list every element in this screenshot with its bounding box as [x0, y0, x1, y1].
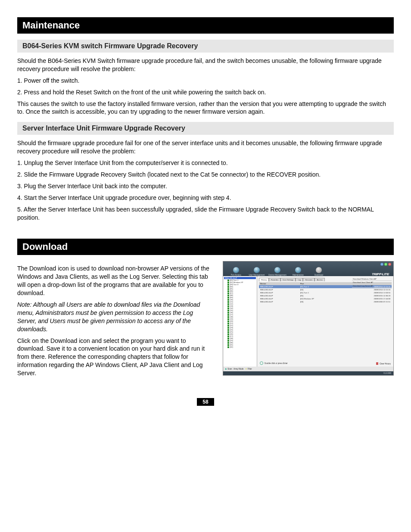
table-row: B064-032-04-IP[05]2008/10/15 12:36:20: [259, 294, 392, 297]
window-controls: [380, 263, 391, 266]
tab-history: History: [259, 278, 269, 281]
version-label: V1.0.000: [223, 371, 393, 375]
section-title-maintenance: Maintenance: [17, 17, 394, 34]
list-item: 5. After the Server Interface Unit has b…: [17, 205, 394, 222]
paragraph: Click on the Download icon and select th…: [17, 337, 210, 377]
tab-user-settings: User Settings: [280, 278, 296, 281]
note-paragraph: Note: Although all Users are able to dow…: [17, 301, 210, 333]
tab-sessions: Sessions: [303, 278, 314, 281]
download-windows-client: Download Windows Client AP: [352, 277, 392, 281]
minimize-icon: [380, 263, 383, 266]
list-item: 3. Plug the Server Interface Unit back i…: [17, 182, 394, 190]
toolbar-user-management: User Management: [246, 267, 267, 276]
toolbar-port-access: Port Access: [226, 267, 246, 276]
paragraph: Should the firmware upgrade procedure fa…: [17, 139, 394, 156]
status-hint: Double click or press Enter: [265, 362, 288, 364]
device-management-icon: [274, 267, 280, 273]
toolbar-download: Download: [308, 267, 329, 276]
user-management-icon: [254, 267, 260, 273]
toolbar-maintenance: Maintenance: [288, 267, 308, 276]
maximize-icon: [384, 263, 387, 266]
tab-access: Access: [314, 278, 325, 281]
maintenance-icon: [295, 267, 301, 273]
page-number: 58: [197, 398, 214, 406]
port-access-icon: [233, 267, 239, 273]
paragraph: The Download icon is used to download no…: [17, 264, 210, 297]
download-menu: Download Windows Client AP Download Java…: [352, 277, 392, 288]
clear-icon: [376, 362, 378, 365]
list-item: 2. Slide the Firmware Upgrade Recovery S…: [17, 171, 394, 179]
tree-port-item: [32]: [224, 346, 256, 348]
subsection-siu-recovery: Server Interface Unit Firmware Upgrade R…: [17, 122, 394, 135]
device-tree: B064-032-04-IP [01] Turn 1[02] Windows X…: [223, 276, 257, 367]
list-item: 1. Unplug the Server Interface Unit from…: [17, 159, 394, 167]
clear-history-link: Clear History: [380, 363, 391, 365]
paragraph: This causes the switch to use the factor…: [17, 100, 394, 116]
col-device: Device: [259, 282, 299, 285]
logo-tripp-lite: TRIPP·LITE: [372, 272, 391, 276]
screenshot-illustration: Port Access User Management Device Manag…: [223, 261, 394, 376]
refresh-icon: [260, 361, 263, 365]
list-item: 1. Power off the switch.: [17, 77, 394, 85]
list-item: 2. Press and hold the Reset Switch on th…: [17, 88, 394, 96]
download-icon: [316, 267, 322, 273]
subsection-kvm-recovery: B064-Series KVM switch Firmware Upgrade …: [17, 40, 394, 53]
tab-favorites: Favorites: [269, 278, 280, 281]
close-icon: [388, 263, 391, 266]
tab-log: Log: [296, 278, 303, 281]
table-row: B064-032-04-IP[02] Windows XP2008/10/15 …: [259, 297, 392, 300]
download-log-server: Download Log Server AP: [352, 284, 392, 288]
download-java-client: Download Java Client AP: [352, 281, 392, 284]
paragraph: Should the B064-Series KVM Switch firmwa…: [17, 57, 394, 73]
col-port: Port: [299, 282, 342, 285]
section-title-download: Download: [17, 239, 394, 255]
list-item: 4. Start the Server Interface Unit upgra…: [17, 194, 394, 202]
table-row: B064-032-04-IP[03]2008/10/06 07:21:51: [259, 300, 392, 303]
toolbar-device-management: Device Management: [267, 267, 288, 276]
table-row: B064-032-04-IP[04]2008/10/14 12:15:16: [259, 288, 392, 291]
table-row: B064-032-04-IP[01] Turn 12008/10/14 11:5…: [259, 291, 392, 294]
